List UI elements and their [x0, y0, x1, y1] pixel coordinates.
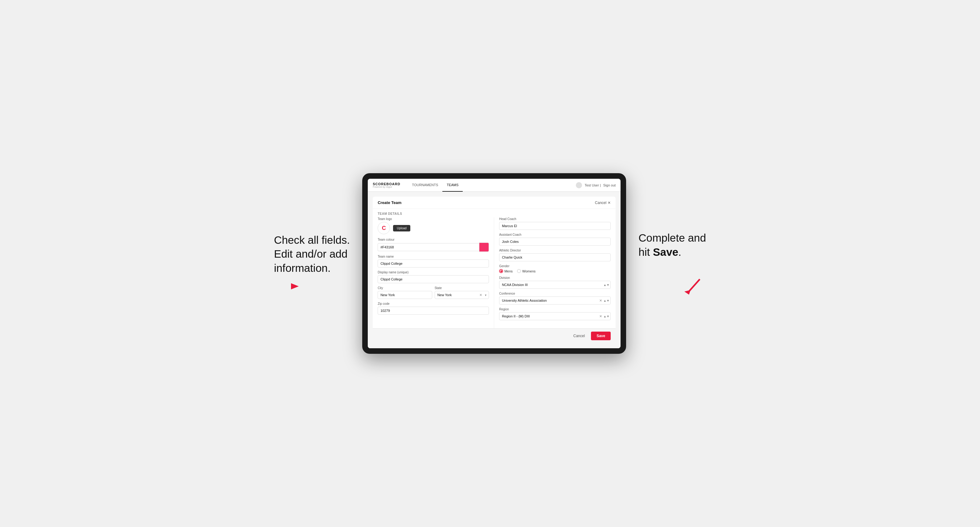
division-select[interactable]: NCAA Division III: [499, 281, 611, 289]
annotation-line2: Edit and/or add: [274, 247, 350, 261]
close-icon: ✕: [608, 201, 611, 205]
form-card: Create Team Cancel ✕ TEAM DETAILS: [373, 197, 616, 343]
color-text-input[interactable]: [378, 243, 479, 251]
zip-code-group: Zip code: [378, 302, 489, 315]
division-controls: ▲▼: [603, 284, 609, 286]
cancel-top-button[interactable]: Cancel ✕: [595, 201, 611, 205]
conference-arrows-icon: ▲▼: [603, 300, 609, 302]
state-label: State: [435, 286, 489, 290]
logo-upload-row: C Upload: [378, 222, 489, 234]
form-header: Create Team Cancel ✕: [373, 197, 616, 209]
assistant-coach-input[interactable]: [499, 238, 611, 246]
conference-controls: ✕ ▲▼: [599, 298, 609, 303]
region-arrows-icon: ▲▼: [603, 315, 609, 317]
radio-dot-mens: [499, 269, 503, 273]
logo-circle: C: [378, 222, 390, 234]
form-body: Team logo C Upload Team colo: [373, 217, 616, 328]
head-coach-input[interactable]: [499, 222, 611, 230]
color-input-row: [378, 243, 489, 252]
svg-marker-2: [684, 290, 690, 295]
upload-button[interactable]: Upload: [393, 225, 410, 232]
conference-select-wrapper: University Athletic Association ✕ ▲▼: [499, 297, 611, 305]
save-button[interactable]: Save: [591, 332, 611, 340]
assistant-coach-group: Assistant Coach: [499, 233, 611, 246]
form-footer: Cancel Save: [373, 328, 616, 343]
logo-area: SCOREBOARD Powered by clippd: [373, 182, 400, 188]
display-name-label: Display name (unique): [378, 271, 489, 274]
division-label: Division: [499, 276, 611, 279]
logo-title: SCOREBOARD: [373, 182, 400, 186]
athletic-director-input[interactable]: [499, 253, 611, 261]
annotation-right-line2: hit Save.: [638, 245, 706, 259]
city-state-row: City State New York ✕: [378, 286, 489, 299]
outer-wrapper: Check all fields. Edit and/or add inform…: [12, 173, 968, 354]
form-title: Create Team: [378, 200, 401, 205]
user-label: Test User |: [584, 183, 600, 187]
state-clear-icon[interactable]: ✕: [479, 293, 482, 297]
athletic-director-label: Athletic Director: [499, 249, 611, 252]
region-label: Region: [499, 308, 611, 311]
conference-group: Conference University Athletic Associati…: [499, 292, 611, 305]
gender-mens-radio[interactable]: Mens: [499, 269, 513, 273]
team-colour-group: Team colour: [378, 238, 489, 252]
team-name-label: Team name: [378, 255, 489, 258]
gender-row: Mens Womens: [499, 269, 611, 273]
division-arrows-icon: ▲▼: [603, 284, 609, 286]
region-clear-icon[interactable]: ✕: [599, 314, 603, 319]
zip-input[interactable]: [378, 306, 489, 315]
nav-tab-teams[interactable]: TEAMS: [442, 179, 463, 192]
state-group: State New York ✕: [435, 286, 489, 299]
team-colour-label: Team colour: [378, 238, 489, 241]
division-select-wrapper: NCAA Division III ▲▼: [499, 281, 611, 289]
conference-clear-icon[interactable]: ✕: [599, 298, 603, 303]
assistant-coach-label: Assistant Coach: [499, 233, 611, 237]
region-controls: ✕ ▲▼: [599, 314, 609, 319]
content-area: Create Team Cancel ✕ TEAM DETAILS: [368, 192, 620, 348]
team-name-input[interactable]: [378, 259, 489, 268]
region-select-wrapper: Region II - (M) DIII ✕ ▲▼: [499, 312, 611, 320]
color-swatch[interactable]: [479, 243, 489, 252]
gender-womens-radio[interactable]: Womens: [517, 269, 536, 273]
gender-group: Gender Mens Womens: [499, 264, 611, 273]
sign-out-link[interactable]: Sign out: [603, 183, 616, 187]
nav-tab-tournaments[interactable]: TOURNAMENTS: [408, 179, 443, 192]
conference-select[interactable]: University Athletic Association: [499, 297, 611, 305]
gender-womens-label: Womens: [522, 269, 536, 273]
annotation-right-line1: Complete and: [638, 231, 706, 245]
right-arrow-icon: [681, 278, 706, 296]
athletic-director-group: Athletic Director: [499, 249, 611, 261]
annotation-left: Check all fields. Edit and/or add inform…: [274, 233, 350, 294]
annotation-line3: information.: [274, 261, 350, 275]
head-coach-label: Head Coach: [499, 217, 611, 221]
nav-right: Test User | Sign out: [576, 182, 616, 188]
annotation-right: Complete and hit Save.: [638, 231, 706, 296]
logo-sub: Powered by clippd: [373, 186, 400, 188]
region-select[interactable]: Region II - (M) DIII: [499, 312, 611, 320]
team-logo-group: Team logo C Upload: [378, 217, 489, 234]
tablet-frame: SCOREBOARD Powered by clippd TOURNAMENTS…: [362, 173, 626, 354]
display-name-group: Display name (unique): [378, 271, 489, 283]
team-name-group: Team name: [378, 255, 489, 268]
tablet-screen: SCOREBOARD Powered by clippd TOURNAMENTS…: [368, 179, 620, 348]
form-left: Team logo C Upload Team colo: [373, 217, 494, 328]
gender-label: Gender: [499, 264, 611, 268]
section-label: TEAM DETAILS: [373, 209, 616, 217]
nav-bar: SCOREBOARD Powered by clippd TOURNAMENTS…: [368, 179, 620, 192]
cancel-bottom-button[interactable]: Cancel: [570, 332, 588, 340]
radio-dot-womens: [517, 269, 521, 273]
division-group: Division NCAA Division III ▲▼: [499, 276, 611, 289]
head-coach-group: Head Coach: [499, 217, 611, 230]
svg-marker-0: [274, 283, 299, 289]
zip-label: Zip code: [378, 302, 489, 305]
team-logo-label: Team logo: [378, 217, 489, 221]
display-name-input[interactable]: [378, 275, 489, 283]
left-arrow-icon: [274, 282, 299, 291]
logo-letter: C: [382, 225, 386, 232]
city-group: City: [378, 286, 432, 299]
gender-mens-label: Mens: [504, 269, 513, 273]
region-group: Region Region II - (M) DIII ✕ ▲▼: [499, 308, 611, 320]
avatar: [576, 182, 582, 188]
conference-label: Conference: [499, 292, 611, 295]
city-label: City: [378, 286, 432, 290]
city-input[interactable]: [378, 291, 432, 299]
